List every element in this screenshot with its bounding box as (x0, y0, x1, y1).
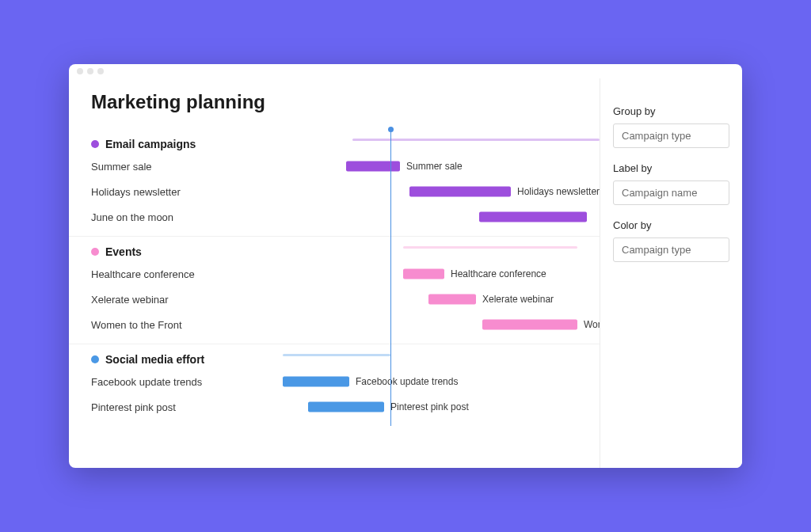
color-by-label: Color by (613, 219, 729, 231)
bar-area: Pinterest pink post (283, 394, 600, 420)
group-title: Social media effort (105, 353, 204, 366)
task-bar[interactable] (409, 187, 511, 197)
bar-area: Healthcare conference (283, 261, 600, 287)
group-by-select[interactable]: Campaign type (613, 124, 729, 148)
task-bar-label: Xelerate webinar (482, 294, 554, 305)
task-bar-label: Pinterest pink post (390, 401, 469, 412)
group-by-label: Group by (613, 105, 729, 117)
bar-area: Facebook update trends (283, 369, 600, 394)
group-color-dot (91, 140, 99, 148)
window-dot (77, 68, 83, 74)
task-label: Summer sale (69, 161, 283, 173)
task-bar[interactable] (428, 294, 476, 305)
task-label: June on the moon (69, 211, 283, 223)
gantt-group: Social media effortFacebook update trend… (69, 344, 600, 426)
group-color-dot (91, 248, 99, 256)
bar-area: Summer sale (283, 154, 600, 179)
gantt-task-row[interactable]: Holidays newsletterHolidays newsletter (69, 179, 600, 204)
task-label: Xelerate webinar (69, 294, 283, 306)
color-by-control: Color by Campaign type (613, 219, 729, 262)
task-bar[interactable] (308, 402, 384, 412)
task-bar-label: Summer sale (406, 161, 463, 172)
group-title: Email campaigns (105, 138, 196, 150)
task-label: Facebook update trends (69, 376, 283, 388)
task-bar-label: Women to the Front (584, 319, 600, 330)
label-by-label: Label by (613, 162, 729, 174)
bar-area: Xelerate webinar (283, 287, 600, 312)
gantt-group: Email campaignsSummer saleSummer saleHol… (69, 129, 600, 236)
group-span-bar (403, 246, 577, 249)
label-by-control: Label by Campaign name (613, 162, 729, 205)
gantt-group: EventsHealthcare conferenceHealthcare co… (69, 236, 600, 344)
task-bar-label: Holidays newsletter (517, 186, 600, 197)
bar-area: Women to the Front (283, 312, 600, 337)
task-label: Healthcare conference (69, 268, 283, 280)
task-bar[interactable] (346, 162, 400, 172)
color-by-select[interactable]: Campaign type (613, 238, 729, 262)
group-span-bar (352, 139, 600, 141)
gantt-task-row[interactable]: Healthcare conferenceHealthcare conferen… (69, 261, 600, 287)
task-bar[interactable] (283, 377, 349, 387)
gantt-task-row[interactable]: Summer saleSummer sale (69, 154, 600, 179)
group-span-bar (283, 354, 390, 356)
gantt-task-row[interactable]: Facebook update trendsFacebook update tr… (69, 369, 600, 394)
label-by-select[interactable]: Campaign name (613, 180, 729, 205)
task-label: Women to the Front (69, 319, 283, 331)
group-title: Events (105, 245, 142, 258)
gantt-chart: Email campaignsSummer saleSummer saleHol… (69, 129, 600, 426)
group-by-control: Group by Campaign type (613, 105, 729, 148)
page-title: Marketing planning (91, 91, 600, 113)
app-window: Marketing planning Email campaignsSummer… (69, 64, 742, 468)
task-bar-label: Facebook update trends (356, 376, 458, 387)
task-label: Pinterest pink post (69, 401, 283, 413)
task-bar-label: Healthcare conference (451, 268, 546, 279)
sidebar: Group by Campaign type Label by Campaign… (600, 78, 742, 468)
gantt-task-row[interactable]: June on the moon (69, 204, 600, 230)
group-color-dot (91, 355, 99, 363)
bar-area: Holidays newsletter (283, 179, 600, 204)
gantt-task-row[interactable]: Pinterest pink postPinterest pink post (69, 394, 600, 420)
main-area: Marketing planning Email campaignsSummer… (69, 78, 600, 468)
task-label: Holidays newsletter (69, 186, 283, 198)
window-dot (87, 68, 93, 74)
task-bar[interactable] (479, 212, 587, 222)
gantt-task-row[interactable]: Women to the FrontWomen to the Front (69, 312, 600, 337)
window-dot (97, 68, 104, 74)
content: Marketing planning Email campaignsSummer… (69, 78, 742, 468)
gantt-task-row[interactable]: Xelerate webinarXelerate webinar (69, 287, 600, 312)
task-bar[interactable] (403, 269, 444, 279)
titlebar (69, 64, 742, 78)
task-bar[interactable] (482, 320, 577, 330)
bar-area (283, 204, 600, 230)
